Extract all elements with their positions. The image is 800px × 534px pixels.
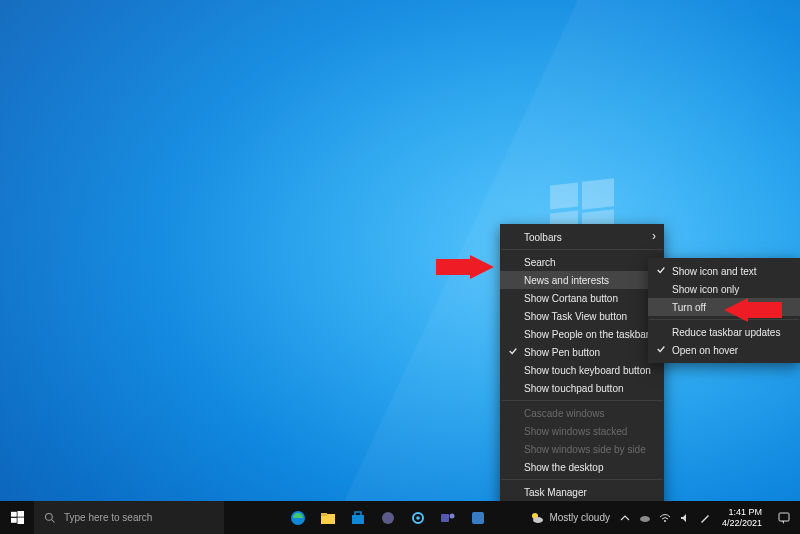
menu-item-news-and-interests[interactable]: News and interests [500, 271, 664, 289]
tray-onedrive[interactable] [636, 501, 654, 534]
menu-separator [501, 479, 663, 480]
svg-rect-23 [779, 513, 789, 521]
chevron-up-icon [620, 513, 630, 523]
search-placeholder: Type here to search [64, 512, 152, 523]
menu-item-show-cortana[interactable]: Show Cortana button [500, 289, 664, 307]
menu-item-show-touchpad[interactable]: Show touchpad button [500, 379, 664, 397]
taskbar: Type here to search Mostly cloudy 1:41 P… [0, 501, 800, 534]
svg-point-21 [640, 516, 650, 522]
clock-date: 4/22/2021 [722, 518, 762, 528]
taskbar-app-settings[interactable] [404, 501, 432, 534]
svg-rect-12 [355, 512, 361, 516]
tray-chevron[interactable] [616, 501, 634, 534]
taskbar-pinned-apps [284, 501, 492, 534]
teams-icon [440, 510, 456, 526]
menu-item-show-pen[interactable]: Show Pen button [500, 343, 664, 361]
check-icon [508, 346, 518, 356]
check-icon [656, 265, 666, 275]
tray-volume[interactable] [676, 501, 694, 534]
submenu-item-reduce-updates[interactable]: Reduce taskbar updates [648, 323, 800, 341]
taskbar-app-teams[interactable] [434, 501, 462, 534]
menu-item-show-desktop[interactable]: Show the desktop [500, 458, 664, 476]
start-button[interactable] [0, 501, 34, 534]
check-icon [656, 344, 666, 354]
svg-rect-3 [17, 511, 24, 517]
clock-time: 1:41 PM [722, 507, 762, 517]
clock[interactable]: 1:41 PM 4/22/2021 [716, 501, 768, 534]
svg-rect-18 [472, 512, 484, 524]
tray-network[interactable] [656, 501, 674, 534]
svg-point-17 [450, 513, 455, 518]
svg-rect-5 [17, 518, 24, 525]
search-icon [44, 512, 56, 524]
menu-item-cascade: Cascade windows [500, 404, 664, 422]
wifi-icon [659, 512, 671, 524]
tray-pen[interactable] [696, 501, 714, 534]
app-icon [470, 510, 486, 526]
taskbar-app-explorer[interactable] [314, 501, 342, 534]
annotation-arrow-right [724, 298, 782, 322]
annotation-arrow-left [436, 255, 494, 279]
svg-rect-10 [321, 513, 327, 516]
svg-rect-2 [11, 512, 17, 517]
svg-point-20 [533, 517, 543, 523]
taskbar-context-menu: Toolbars Search News and interests Show … [500, 224, 664, 534]
taskbar-app-generic-2[interactable] [464, 501, 492, 534]
svg-point-13 [382, 512, 394, 524]
taskbar-app-store[interactable] [344, 501, 372, 534]
cloud-icon [639, 512, 651, 524]
news-and-interests-widget[interactable]: Mostly cloudy [524, 501, 616, 534]
folder-icon [320, 510, 336, 526]
svg-point-15 [416, 516, 420, 520]
svg-rect-4 [11, 518, 17, 523]
menu-item-show-people[interactable]: Show People on the taskbar [500, 325, 664, 343]
edge-icon [290, 510, 306, 526]
menu-item-task-manager[interactable]: Task Manager [500, 483, 664, 501]
menu-item-show-touch-keyboard[interactable]: Show touch keyboard button [500, 361, 664, 379]
menu-separator [501, 249, 663, 250]
weather-icon [530, 511, 544, 525]
menu-item-stacked: Show windows stacked [500, 422, 664, 440]
menu-item-show-task-view[interactable]: Show Task View button [500, 307, 664, 325]
taskbar-app-generic-1[interactable] [374, 501, 402, 534]
store-icon [350, 510, 366, 526]
pen-icon [699, 512, 711, 524]
menu-item-toolbars[interactable]: Toolbars [500, 228, 664, 246]
weather-label: Mostly cloudy [549, 512, 610, 523]
gear-icon [410, 510, 426, 526]
menu-separator [501, 400, 663, 401]
submenu-item-show-icon-only[interactable]: Show icon only [648, 280, 800, 298]
svg-point-6 [46, 513, 53, 520]
app-icon [380, 510, 396, 526]
taskbar-app-edge[interactable] [284, 501, 312, 534]
svg-rect-16 [441, 514, 449, 522]
submenu-item-open-on-hover[interactable]: Open on hover [648, 341, 800, 359]
menu-item-side-by-side: Show windows side by side [500, 440, 664, 458]
system-tray [616, 501, 716, 534]
action-center[interactable] [768, 501, 800, 534]
submenu-item-show-icon-text[interactable]: Show icon and text [648, 262, 800, 280]
svg-point-22 [664, 520, 666, 522]
notification-icon [777, 511, 791, 525]
windows-icon [11, 511, 24, 524]
speaker-icon [679, 512, 691, 524]
search-input[interactable]: Type here to search [34, 501, 224, 534]
menu-item-search[interactable]: Search [500, 253, 664, 271]
svg-line-7 [52, 519, 55, 522]
